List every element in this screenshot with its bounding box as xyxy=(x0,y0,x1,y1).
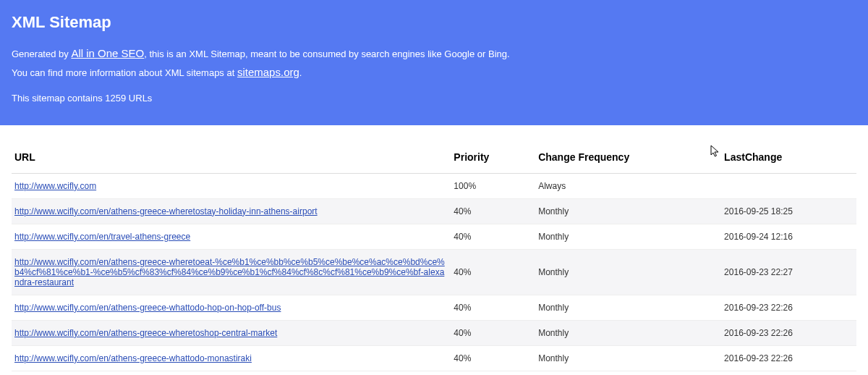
cell-priority: 40% xyxy=(451,224,535,249)
table-row: http://www.wcifly.com/en/athens-greece-w… xyxy=(12,345,856,371)
cell-url: http://www.wcifly.com/en/athens-greece-w… xyxy=(12,249,451,295)
info-line: You can find more information about XML … xyxy=(12,64,856,81)
table-row: http://www.wcifly.com/en/athens-greece-w… xyxy=(12,249,856,295)
col-frequency: Change Frequency xyxy=(535,143,721,174)
cell-priority: 40% xyxy=(451,345,535,371)
url-link[interactable]: http://www.wcifly.com/en/athens-greece-w… xyxy=(14,206,318,216)
sitemap-table: URL Priority Change Frequency LastChange… xyxy=(12,143,856,371)
cell-priority: 40% xyxy=(451,198,535,224)
url-link[interactable]: http://www.wcifly.com/en/athens-greece-w… xyxy=(14,328,277,338)
table-row: http://www.wcifly.com/en/athens-greece-w… xyxy=(12,198,856,224)
cell-url: http://www.wcifly.com/en/athens-greece-w… xyxy=(12,198,451,224)
cell-frequency: Monthly xyxy=(535,224,721,249)
cell-frequency: Monthly xyxy=(535,320,721,345)
cell-lastchange: 2016-09-23 22:26 xyxy=(721,345,856,371)
cell-priority: 40% xyxy=(451,320,535,345)
cell-lastchange: 2016-09-23 22:26 xyxy=(721,295,856,320)
col-priority: Priority xyxy=(451,143,535,174)
url-link[interactable]: http://www.wcifly.com/en/travel-athens-g… xyxy=(14,232,190,242)
cell-lastchange: 2016-09-25 18:25 xyxy=(721,198,856,224)
table-row: http://www.wcifly.com100%Always xyxy=(12,173,856,198)
cell-lastchange: 2016-09-23 22:27 xyxy=(721,249,856,295)
url-count: This sitemap contains 1259 URLs xyxy=(12,91,856,106)
page-title: XML Sitemap xyxy=(12,13,856,32)
cell-priority: 40% xyxy=(451,249,535,295)
cell-url: http://www.wcifly.com/en/athens-greece-w… xyxy=(12,320,451,345)
table-row: http://www.wcifly.com/en/travel-athens-g… xyxy=(12,224,856,249)
cell-lastchange: 2016-09-23 22:26 xyxy=(721,320,856,345)
cell-priority: 40% xyxy=(451,295,535,320)
generated-prefix: Generated by xyxy=(12,49,71,59)
page-header: XML Sitemap Generated by All in One SEO,… xyxy=(0,0,868,125)
info-link[interactable]: sitemaps.org xyxy=(237,66,299,78)
cell-frequency: Always xyxy=(535,173,721,198)
table-row: http://www.wcifly.com/en/athens-greece-w… xyxy=(12,320,856,345)
url-link[interactable]: http://www.wcifly.com/en/athens-greece-w… xyxy=(14,303,281,313)
generated-suffix: , this is an XML Sitemap, meant to be co… xyxy=(144,49,509,59)
cell-url: http://www.wcifly.com/en/athens-greece-w… xyxy=(12,295,451,320)
table-header-row: URL Priority Change Frequency LastChange xyxy=(12,143,856,174)
cell-lastchange xyxy=(721,173,856,198)
cell-url: http://www.wcifly.com/en/athens-greece-w… xyxy=(12,345,451,371)
generated-link[interactable]: All in One SEO xyxy=(71,47,144,59)
generated-line: Generated by All in One SEO, this is an … xyxy=(12,45,856,62)
cell-frequency: Monthly xyxy=(535,198,721,224)
cell-frequency: Monthly xyxy=(535,345,721,371)
cell-frequency: Monthly xyxy=(535,295,721,320)
info-suffix: . xyxy=(299,67,302,78)
col-url: URL xyxy=(12,143,451,174)
table-body: http://www.wcifly.com100%Alwayshttp://ww… xyxy=(12,173,856,371)
cell-priority: 100% xyxy=(451,173,535,198)
cell-frequency: Monthly xyxy=(535,249,721,295)
url-link[interactable]: http://www.wcifly.com/en/athens-greece-w… xyxy=(14,353,252,363)
url-link[interactable]: http://www.wcifly.com/en/athens-greece-w… xyxy=(14,257,445,287)
cell-url: http://www.wcifly.com xyxy=(12,173,451,198)
col-lastchange: LastChange xyxy=(721,143,856,174)
content-area: URL Priority Change Frequency LastChange… xyxy=(0,143,868,371)
cell-lastchange: 2016-09-24 12:16 xyxy=(721,224,856,249)
url-link[interactable]: http://www.wcifly.com xyxy=(14,181,96,191)
table-row: http://www.wcifly.com/en/athens-greece-w… xyxy=(12,295,856,320)
info-prefix: You can find more information about XML … xyxy=(12,67,237,78)
cell-url: http://www.wcifly.com/en/travel-athens-g… xyxy=(12,224,451,249)
